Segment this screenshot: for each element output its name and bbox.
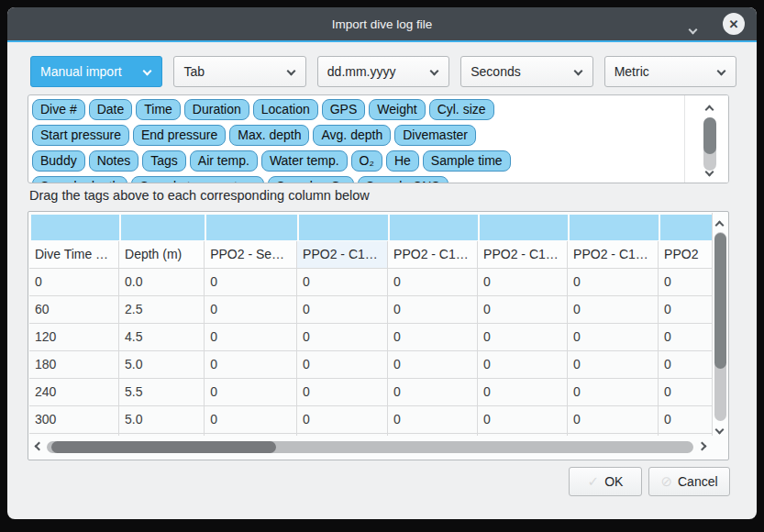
table-header-cell: PPO2 [659,241,713,268]
tag-scrollbar-thumb[interactable] [703,117,716,154]
cancel-button-label: Cancel [678,474,718,489]
column-drop-target[interactable] [206,215,297,240]
draggable-tag[interactable]: End pressure [133,125,226,146]
shade-button[interactable] [690,20,696,37]
v-scrollbar-thumb[interactable] [714,233,726,369]
draggable-tag[interactable]: Sample temperature [131,176,264,183]
table-row: 00.0000000 [29,269,713,296]
draggable-tag[interactable]: Tags [142,150,186,172]
table-vertical-scrollbar[interactable] [712,213,727,436]
table-cell: 0 [205,406,297,433]
tag-scrollbar-track[interactable] [703,117,716,171]
column-drop-target[interactable] [31,215,119,240]
draggable-tag[interactable]: Time [136,99,181,120]
draggable-tag[interactable]: Date [89,99,133,120]
tag-row: Start pressureEnd pressureMax. depthAvg.… [32,125,681,146]
draggable-tag[interactable]: Duration [184,99,249,120]
draggable-tag[interactable]: O₂ [351,150,382,172]
draggable-tag[interactable]: Water temp. [261,150,348,172]
table-cell: 0 [388,324,478,350]
column-drop-target[interactable] [299,215,388,240]
draggable-tag[interactable]: GPS [322,99,366,120]
check-icon: ✓ [588,473,600,490]
draggable-tag[interactable]: Sample depth [32,176,127,183]
scroll-right-icon[interactable] [698,442,707,451]
table-cell: 0.0 [119,269,205,295]
draggable-tag[interactable]: Avg. depth [313,125,391,146]
table-cell: 0 [478,351,568,378]
draggable-tag[interactable]: Weight [369,99,425,120]
tag-scrollbar[interactable] [684,95,728,183]
column-drop-target[interactable] [570,215,659,240]
close-button[interactable]: ✕ [723,13,745,35]
draggable-tag[interactable]: Location [253,99,318,120]
draggable-tag[interactable]: Sample CNS [358,176,448,183]
units-combobox[interactable]: Metric [604,56,736,87]
cancel-icon: ⊘ [660,473,672,490]
cancel-button[interactable]: ⊘ Cancel [648,467,730,496]
draggable-tag[interactable]: Divemaster [394,125,476,146]
table-cell: 0 [29,269,119,295]
scroll-up-icon[interactable] [715,221,725,230]
column-drop-target[interactable] [660,215,713,240]
draggable-tag[interactable]: He [386,150,419,172]
column-drop-row [29,213,713,241]
draggable-tag[interactable]: Dive # [32,99,85,120]
table-cell: 0 [568,379,659,405]
scroll-down-icon[interactable] [715,426,725,435]
draggable-tag[interactable]: Start pressure [32,125,129,146]
column-drop-target[interactable] [121,215,205,240]
table-cell [568,434,659,436]
draggable-tag[interactable]: Max. depth [229,125,309,146]
draggable-tag[interactable]: Cyl. size [429,99,494,120]
table-cell: 0 [388,269,478,295]
table-cell: 0 [659,269,713,295]
v-scrollbar-track[interactable] [714,232,726,421]
chevron-down-icon [573,67,582,76]
ok-button[interactable]: ✓ OK [569,467,642,496]
table-cell: 0 [659,379,713,405]
table-header-cell: PPO2 - C1… [297,241,388,268]
h-scrollbar-track[interactable] [47,441,693,453]
column-drop-target[interactable] [390,215,478,240]
tag-row: Dive #DateTimeDurationLocationGPSWeightC… [32,99,681,120]
table-cell: 0 [659,351,713,378]
table-cell [29,434,119,436]
scroll-up-icon[interactable] [705,105,714,115]
table-cell: 0 [297,351,388,378]
table-horizontal-scrollbar[interactable] [29,438,713,456]
table-cell [478,434,568,436]
table-cell: 0 [659,324,713,350]
date-format-combobox[interactable]: dd.mm.yyyy [317,56,449,87]
scroll-left-icon[interactable] [35,442,44,451]
duration-format-combobox[interactable]: Seconds [460,56,592,87]
draggable-tag[interactable]: Air temp. [190,150,258,172]
import-mode-value: Manual import [40,64,122,79]
csv-preview-table: Dive Time …Depth (m)PPO2 - Se…PPO2 - C1…… [28,211,729,460]
draggable-tag[interactable]: Notes [89,150,139,172]
draggable-tag[interactable]: Sample pO₂ [268,176,353,183]
table-cell: 0 [659,406,713,433]
table-row: 1805.0000000 [29,351,713,379]
table-cell: 0 [297,296,388,323]
table-cell: 60 [29,296,119,323]
table-cell: 5.5 [119,379,205,405]
titlebar-accent-line [7,40,757,42]
table-cell [659,434,713,436]
table-cell: 120 [29,324,119,350]
table-cell: 0 [568,324,659,350]
field-separator-combobox[interactable]: Tab [173,56,305,87]
close-icon: ✕ [729,17,739,31]
tag-row: BuddyNotesTagsAir temp.Water temp.O₂HeSa… [32,150,681,172]
tag-row: Sample depthSample temperatureSample pO₂… [32,176,681,183]
table-cell: 0 [205,296,297,323]
table-grid: Dive Time …Depth (m)PPO2 - Se…PPO2 - C1…… [29,213,713,436]
import-mode-combobox[interactable]: Manual import [30,56,162,87]
column-drop-target[interactable] [480,215,568,240]
h-scrollbar-thumb[interactable] [51,441,276,453]
table-header-cell: Dive Time … [29,241,119,268]
table-header-cell: Depth (m) [119,241,205,268]
table-header-cell: PPO2 - C1… [478,241,568,268]
draggable-tag[interactable]: Sample time [423,150,511,172]
draggable-tag[interactable]: Buddy [32,150,85,172]
